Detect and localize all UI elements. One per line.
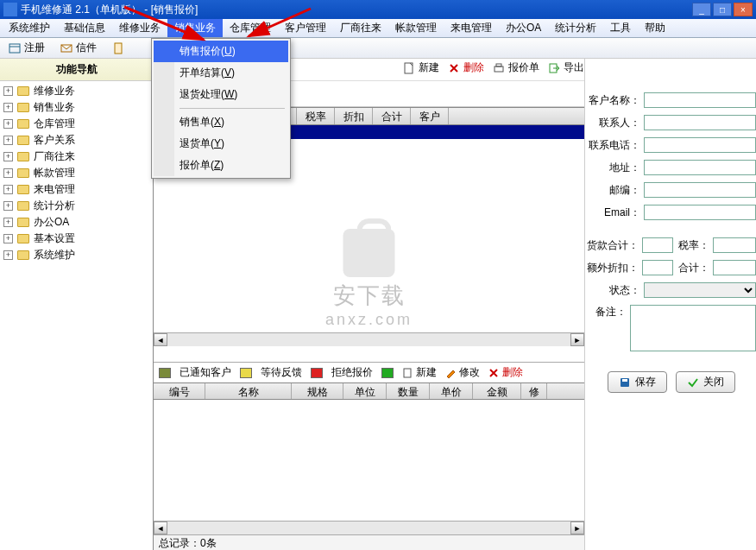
menu-基础信息[interactable]: 基础信息 xyxy=(57,19,112,37)
menu-来电管理[interactable]: 来电管理 xyxy=(444,19,499,37)
menu-帐款管理[interactable]: 帐款管理 xyxy=(388,19,444,37)
swatch-waiting xyxy=(240,368,252,378)
expand-icon[interactable]: + xyxy=(3,250,13,260)
folder-icon xyxy=(17,152,29,161)
expand-icon[interactable]: + xyxy=(3,86,13,96)
menu-item-销售单[interactable]: 销售单(X) xyxy=(154,111,288,133)
new-icon xyxy=(402,368,413,378)
menu-item-退货单[interactable]: 退货单(Y) xyxy=(154,133,288,155)
save-button[interactable]: 保存 xyxy=(608,371,667,393)
scroll-left-icon[interactable]: ◄ xyxy=(154,333,167,346)
detail-edit-label: 修改 xyxy=(459,365,480,380)
email-input[interactable] xyxy=(644,205,756,220)
expand-icon[interactable]: + xyxy=(3,136,13,145)
col-合计[interactable]: 合计 xyxy=(373,108,411,124)
close-form-button[interactable]: 关闭 xyxy=(676,371,735,393)
legend-waiting: 等待反馈 xyxy=(261,365,302,380)
main-area: 功能导航 +维修业务+销售业务+仓库管理+客户关系+厂商往来+帐款管理+来电管理… xyxy=(0,59,756,550)
extra-disc-input[interactable] xyxy=(642,260,673,275)
tree-node-办公OA[interactable]: +办公OA xyxy=(3,214,149,231)
quote-button[interactable]: 报价单 xyxy=(493,60,539,75)
watermark-sub: anxz.com xyxy=(325,311,413,329)
new-label: 新建 xyxy=(419,60,439,75)
row-memo: 备注： xyxy=(587,305,756,351)
menu-item-开单结算[interactable]: 开单结算(V) xyxy=(154,62,288,84)
expand-icon[interactable]: + xyxy=(3,185,13,194)
items-grid-header: 编号名称规格单位数量单价金额修 xyxy=(154,382,584,400)
tree-node-厂商往来[interactable]: +厂商往来 xyxy=(3,149,149,165)
tree-node-仓库管理[interactable]: +仓库管理 xyxy=(3,116,149,132)
legend-notified: 已通知客户 xyxy=(180,365,231,380)
sms-button[interactable]: 信件 xyxy=(57,39,100,57)
tree-node-来电管理[interactable]: +来电管理 xyxy=(3,181,149,198)
export-button[interactable]: 导出 xyxy=(548,60,584,75)
memo-input[interactable] xyxy=(630,305,756,351)
detail-new-button[interactable]: 新建 xyxy=(402,365,437,380)
detail-delete-button[interactable]: 删除 xyxy=(488,365,523,380)
menu-item-退货处理[interactable]: 退货处理(W) xyxy=(154,84,288,105)
cust-name-input[interactable] xyxy=(644,92,756,108)
close-button[interactable]: × xyxy=(734,3,753,16)
tree-node-销售业务[interactable]: +销售业务 xyxy=(3,99,149,116)
expand-icon[interactable]: + xyxy=(3,119,13,129)
expand-icon[interactable]: + xyxy=(3,234,13,243)
menu-办公OA[interactable]: 办公OA xyxy=(499,19,548,37)
expand-icon[interactable]: + xyxy=(3,201,13,211)
addr-input[interactable] xyxy=(644,160,756,175)
expand-icon[interactable]: + xyxy=(3,103,13,112)
svg-rect-7 xyxy=(495,66,503,72)
tree-node-统计分析[interactable]: +统计分析 xyxy=(3,198,149,214)
goods-total-input[interactable] xyxy=(642,237,673,253)
expand-icon[interactable]: + xyxy=(3,218,13,227)
total-input[interactable] xyxy=(713,260,756,275)
menu-工具[interactable]: 工具 xyxy=(603,19,638,37)
col2-规格[interactable]: 规格 xyxy=(292,383,343,399)
phone-input[interactable] xyxy=(644,137,756,153)
expand-icon[interactable]: + xyxy=(3,152,13,161)
scroll-left-icon[interactable]: ◄ xyxy=(154,522,167,534)
minimize-button[interactable]: _ xyxy=(692,3,711,16)
maximize-button[interactable]: □ xyxy=(713,3,732,16)
col2-编号[interactable]: 编号 xyxy=(154,383,205,399)
items-grid-body[interactable] xyxy=(154,400,584,521)
register-button[interactable]: 注册 xyxy=(5,39,48,57)
col2-修[interactable]: 修 xyxy=(521,383,547,399)
scroll-track[interactable] xyxy=(167,333,570,346)
scroll-right-icon[interactable]: ► xyxy=(570,333,584,346)
items-grid-hscroll[interactable]: ◄ ► xyxy=(154,521,584,534)
tree-node-客户关系[interactable]: +客户关系 xyxy=(3,132,149,149)
col2-名称[interactable]: 名称 xyxy=(205,383,292,399)
col-折扣[interactable]: 折扣 xyxy=(335,108,373,124)
col-客户[interactable]: 客户 xyxy=(411,108,449,124)
new-button[interactable]: 新建 xyxy=(403,60,439,75)
tree-node-系统维护[interactable]: +系统维护 xyxy=(3,247,149,263)
menu-帮助[interactable]: 帮助 xyxy=(638,19,672,37)
quotes-grid-hscroll[interactable]: ◄ ► xyxy=(154,332,584,346)
state-select[interactable] xyxy=(644,282,756,298)
tree-node-帐款管理[interactable]: +帐款管理 xyxy=(3,165,149,181)
row-disc-total: 额外折扣： 合计： xyxy=(587,260,756,275)
lbl-goods-total: 货款合计： xyxy=(587,238,639,253)
svg-line-0 xyxy=(124,7,204,40)
col2-单位[interactable]: 单位 xyxy=(343,383,387,399)
scroll-track[interactable] xyxy=(167,522,570,534)
expand-icon[interactable]: + xyxy=(3,168,13,178)
col2-单价[interactable]: 单价 xyxy=(430,383,473,399)
tree-node-基本设置[interactable]: +基本设置 xyxy=(3,231,149,247)
col2-金额[interactable]: 金额 xyxy=(473,383,521,399)
contact-input[interactable] xyxy=(644,115,756,130)
menu-厂商往来[interactable]: 厂商往来 xyxy=(333,19,388,37)
menu-系统维护[interactable]: 系统维护 xyxy=(2,19,57,37)
scroll-right-icon[interactable]: ► xyxy=(570,522,584,534)
left-nav-pane: 功能导航 +维修业务+销售业务+仓库管理+客户关系+厂商往来+帐款管理+来电管理… xyxy=(0,59,154,550)
tax-input[interactable] xyxy=(713,237,756,253)
zip-input[interactable] xyxy=(644,182,756,198)
delete-button[interactable]: 删除 xyxy=(448,60,484,75)
col-税率[interactable]: 税率 xyxy=(297,108,335,124)
detail-edit-button[interactable]: 修改 xyxy=(445,365,480,380)
register-icon xyxy=(9,42,21,54)
tree-node-维修业务[interactable]: +维修业务 xyxy=(3,83,149,99)
col2-数量[interactable]: 数量 xyxy=(387,383,430,399)
menu-统计分析[interactable]: 统计分析 xyxy=(548,19,603,37)
menu-item-报价单[interactable]: 报价单(Z) xyxy=(154,155,288,176)
